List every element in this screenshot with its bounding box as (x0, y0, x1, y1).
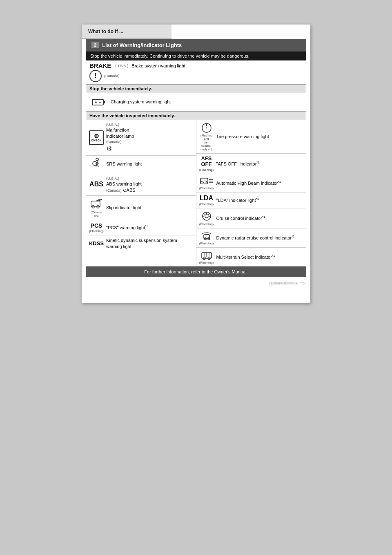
srs-description: SRS warning light (106, 161, 194, 167)
auto-hb-row: AUTO (Flashing) Automatic High Beam indi… (196, 174, 306, 192)
svg-point-25 (205, 215, 208, 218)
check-row: ⚙ CHECK (U.S.A.) Malfunctionindicator la… (86, 120, 196, 156)
radar-flashing-label: (Flashing) (199, 242, 214, 245)
lda-icon-cell: LDA (Flashing) (199, 195, 214, 206)
terrain-description: Multi-terrain Select indicator*1 (216, 254, 304, 260)
inspect-col-right: ! (Flashing andthen continu-ously on) Ti… (196, 120, 306, 266)
charging-icon-cell (89, 96, 108, 108)
inspect-banner: Have the vehicle inspected immediately. (86, 111, 306, 120)
terrain-flashing-label: (Flashing) (199, 261, 214, 264)
page-container: What to do if ... 2 List of Warning/Indi… (82, 25, 310, 303)
lda-row: LDA (Flashing) "LDA" indicator light*1 (196, 192, 306, 208)
auto-hb-svg: AUTO (200, 176, 213, 186)
lda-superscript: *1 (256, 197, 259, 201)
kdss-row: KDSS Kinetic dynamic suspension system w… (86, 235, 196, 252)
radar-icon-cell: (Flashing) (199, 231, 214, 245)
lda-flashing-label: (Flashing) (199, 202, 214, 206)
svg-rect-1 (103, 101, 105, 103)
pcs-icon-cell: PCS (Flashing) (89, 222, 104, 233)
svg-rect-0 (92, 99, 103, 105)
watermark: carmanualsonline.info (82, 277, 310, 287)
tire-description: Tire pressure warning light (216, 134, 304, 140)
radar-svg (200, 231, 213, 241)
abs-icon-cell: ABS (89, 181, 104, 188)
kdss-description: Kinetic dynamic suspension system warnin… (106, 237, 194, 250)
afs-icon-cell: AFSOFF (Flashing) (199, 156, 214, 172)
check-text: CHECK (91, 139, 102, 142)
svg-point-11 (93, 161, 97, 166)
pcs-flashing-label: (Flashing) (89, 229, 104, 233)
abs-canada-icon: ⊙ABS (123, 188, 136, 192)
charging-description: Charging system warning light (111, 99, 303, 105)
tire-flashing-label: (Flashing andthen continu-ously on) (199, 134, 214, 151)
svg-line-16 (101, 199, 102, 200)
pcs-row: PCS (Flashing) "PCS" warning light*1 (86, 220, 196, 235)
srs-icon (91, 158, 102, 171)
abs-row: ABS (U.S.A.) ABS warning light (Canada) … (86, 173, 196, 196)
radar-description: Dynamic radar cruise control indicator*1 (216, 235, 304, 241)
slip-row: (Comes on) Slip indicator light (86, 196, 196, 220)
auto-hb-icon-cell: AUTO (Flashing) (199, 176, 214, 190)
stop-immediately-banner: Stop the vehicle immediately. (86, 84, 306, 93)
inspect-grid: ⚙ CHECK (U.S.A.) Malfunctionindicator la… (86, 120, 306, 266)
afs-description: "AFS OFF" indicator*1 (216, 161, 304, 167)
svg-text:!: ! (206, 127, 207, 130)
pcs-label: PCS (91, 222, 102, 229)
charging-icon (91, 96, 106, 108)
pcs-description: "PCS" warning light*1 (106, 224, 194, 231)
svg-point-5 (96, 158, 98, 161)
brake-canada-label: (Canada) (104, 74, 120, 78)
section-num: 2 (91, 42, 99, 48)
tab-header: What to do if ... (82, 25, 172, 39)
cruise-row: (Flashing) Cruise control indicator*1 (196, 208, 306, 228)
terrain-svg (200, 250, 213, 260)
cruise-icon-cell: (Flashing) (199, 210, 214, 226)
afs-flashing-label: (Flashing) (199, 168, 214, 172)
lda-description: "LDA" indicator light*1 (216, 197, 304, 204)
kdss-label: KDSS (89, 240, 104, 246)
terrain-row: (Flashing) Multi-terrain Select indicato… (196, 248, 306, 266)
lda-label: LDA (200, 195, 213, 202)
slip-description: Slip indicator light (106, 205, 194, 211)
abs-label: ABS (89, 181, 103, 188)
footer-bar: For further information, refer to the Ow… (86, 266, 306, 277)
stop-dangerous-banner: Stop the vehicle immediately. Continuing… (86, 51, 306, 60)
pcs-superscript: *1 (145, 224, 148, 228)
radar-superscript: *1 (292, 235, 295, 238)
main-table: Stop the vehicle immediately. Continuing… (86, 51, 306, 277)
terrain-superscript: *1 (272, 254, 275, 257)
tire-row: ! (Flashing andthen continu-ously on) Ti… (196, 120, 306, 154)
slip-comes-on-label: (Comes on) (89, 210, 104, 218)
abs-desc: (U.S.A.) ABS warning light (Canada) ⊙ABS (106, 175, 194, 194)
slip-icon-cell: (Comes on) (89, 198, 104, 218)
srs-icon-cell (89, 158, 104, 171)
check-icon-box: ⚙ CHECK (89, 130, 104, 145)
auto-hb-flashing-label: (Flashing) (199, 186, 214, 190)
cruise-flashing-label: (Flashing) (199, 222, 214, 226)
brake-usa-label: (U.S.A.) (115, 64, 128, 68)
brake-exclamation-icon: ! (89, 70, 102, 82)
afs-label: AFSOFF (201, 156, 212, 168)
check-desc: (U.S.A.) Malfunctionindicator lamp (Cana… (106, 122, 194, 153)
srs-svg (91, 158, 102, 169)
slip-svg (90, 198, 102, 210)
check-icon-cell: ⚙ CHECK (89, 130, 104, 145)
svg-line-10 (97, 164, 98, 167)
tire-icon-cell: ! (Flashing andthen continu-ously on) (199, 122, 214, 151)
battery-svg (92, 98, 105, 106)
auto-hb-description: Automatic High Beam indicator*1 (216, 180, 304, 186)
radar-row: (Flashing) Dynamic radar cruise control … (196, 228, 306, 248)
afs-row: AFSOFF (Flashing) "AFS OFF" indicator*1 (196, 154, 306, 174)
srs-row: SRS warning light (86, 156, 196, 173)
tire-svg: ! (201, 122, 212, 134)
brake-label: BRAKE (89, 62, 111, 69)
kdss-icon-cell: KDSS (89, 240, 104, 246)
engine-icon: ⚙ (94, 133, 99, 139)
terrain-icon-cell: (Flashing) (199, 250, 214, 264)
brake-row: BRAKE (U.S.A.) Brake system warning ligh… (86, 60, 306, 84)
canada-engine-icon: ⚙ (106, 145, 112, 152)
section-title: List of Warning/Indicator Lights (102, 42, 182, 48)
charging-row: Charging system warning light (86, 93, 306, 111)
auto-hb-superscript: *1 (278, 180, 281, 184)
brake-description: Brake system warning light (131, 63, 185, 68)
